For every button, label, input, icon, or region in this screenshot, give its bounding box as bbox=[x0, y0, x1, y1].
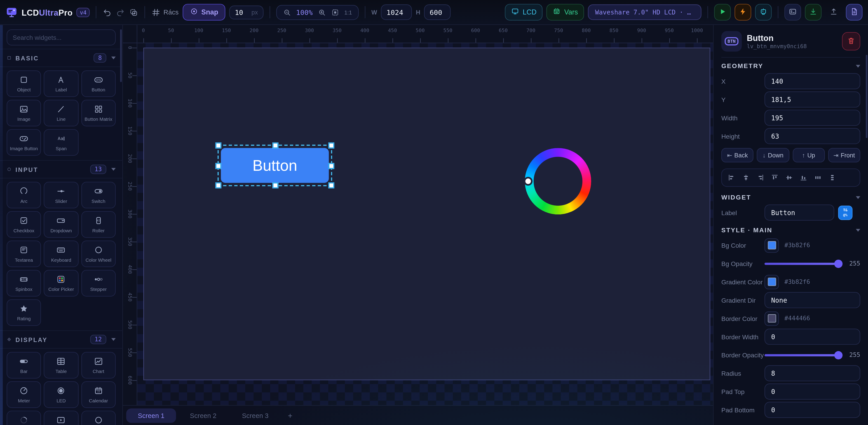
width-input[interactable] bbox=[765, 110, 860, 126]
download-button[interactable] bbox=[805, 4, 822, 21]
widget-card[interactable]: Dropdown bbox=[44, 211, 79, 238]
console-button[interactable] bbox=[784, 4, 801, 21]
palette-section-header[interactable]: DISPLAY 12 bbox=[0, 330, 122, 348]
z-order-button[interactable]: ⇤ Back bbox=[721, 148, 754, 162]
widget-card[interactable]: Keyboard bbox=[44, 240, 79, 267]
flash-button[interactable] bbox=[735, 4, 751, 21]
widget-card[interactable]: 42 Spinbox bbox=[6, 270, 41, 296]
duplicate-button[interactable] bbox=[129, 7, 139, 17]
y-input[interactable] bbox=[765, 91, 860, 108]
pad-bottom-input[interactable] bbox=[765, 402, 860, 418]
height-input[interactable] bbox=[765, 128, 860, 144]
widget-card[interactable]: BTN Button bbox=[81, 70, 116, 97]
widget-card[interactable]: Switch bbox=[81, 182, 116, 208]
search-input[interactable] bbox=[13, 34, 110, 41]
snap-size-input[interactable] bbox=[235, 8, 248, 17]
inspector-scrollbar[interactable] bbox=[866, 55, 867, 138]
widget-card[interactable]: Rating bbox=[6, 299, 41, 326]
lcd-preview-button[interactable]: LCD bbox=[505, 4, 543, 21]
align-center-vertical-icon[interactable] bbox=[782, 171, 796, 185]
palette-section-header[interactable]: BASIC 8 bbox=[0, 49, 122, 67]
zoom-in-icon[interactable] bbox=[318, 8, 326, 17]
widget-card[interactable]: Table bbox=[44, 352, 79, 379]
selection-handle[interactable] bbox=[328, 163, 334, 169]
pad-top-input[interactable] bbox=[765, 384, 860, 400]
zoom-ratio-label[interactable]: 1:1 bbox=[344, 9, 352, 15]
colorwheel-knob[interactable] bbox=[524, 177, 532, 186]
widget-section-header[interactable]: WIDGET bbox=[721, 189, 860, 204]
canvas-colorwheel-widget[interactable] bbox=[525, 148, 591, 215]
align-right-icon[interactable] bbox=[753, 171, 767, 185]
device-select[interactable]: Waveshare 7.0" HD LCD · 10… bbox=[588, 4, 701, 20]
grid-toggle-button[interactable]: Rács bbox=[151, 7, 179, 17]
delete-widget-button[interactable] bbox=[842, 32, 860, 51]
widget-card[interactable]: Line bbox=[44, 100, 79, 126]
canvas-height-input[interactable] bbox=[430, 8, 445, 17]
widget-card[interactable]: Anim Image bbox=[44, 411, 79, 425]
widget-card[interactable]: Textarea bbox=[6, 240, 41, 267]
widget-card[interactable]: Image Button bbox=[6, 129, 41, 156]
redo-button[interactable] bbox=[116, 7, 125, 17]
bg-color-swatch[interactable] bbox=[765, 238, 779, 252]
fit-screen-icon[interactable] bbox=[331, 8, 339, 17]
widget-card[interactable]: Object bbox=[6, 70, 41, 97]
widget-card[interactable]: Aa Span bbox=[44, 129, 79, 156]
widget-card[interactable]: 15 Calendar bbox=[81, 381, 116, 408]
screen-tab[interactable]: Screen 3 bbox=[230, 408, 280, 423]
gradient-dir-input[interactable] bbox=[765, 292, 860, 308]
widget-card[interactable]: Circle bbox=[81, 411, 116, 425]
align-center-horizontal-icon[interactable] bbox=[739, 171, 753, 185]
widget-card[interactable]: Label bbox=[44, 70, 79, 97]
z-order-button[interactable]: ↓ Down bbox=[757, 148, 789, 162]
selection-handle[interactable] bbox=[215, 182, 221, 189]
widget-card[interactable]: Spinner bbox=[6, 411, 41, 425]
selection-handle[interactable] bbox=[328, 142, 334, 149]
border-color-swatch[interactable] bbox=[765, 311, 779, 326]
add-screen-button[interactable]: + bbox=[282, 411, 298, 420]
widget-card[interactable]: Color Picker bbox=[44, 270, 79, 296]
widget-card[interactable]: Slider bbox=[44, 182, 79, 208]
screen-tab[interactable]: Screen 2 bbox=[178, 408, 228, 423]
widget-card[interactable]: Color Wheel bbox=[81, 240, 116, 267]
vars-button[interactable]: Vars bbox=[547, 4, 584, 21]
selection-handle[interactable] bbox=[272, 142, 278, 149]
export-code-button[interactable] bbox=[846, 4, 863, 21]
widget-card[interactable]: Arc bbox=[6, 182, 41, 208]
undo-button[interactable] bbox=[102, 7, 112, 17]
design-viewport[interactable]: Button bbox=[137, 43, 713, 405]
zoom-out-icon[interactable] bbox=[283, 8, 291, 17]
widget-card[interactable]: Stepper bbox=[81, 270, 116, 296]
slider-thumb[interactable] bbox=[834, 351, 843, 359]
x-input[interactable] bbox=[765, 73, 860, 89]
align-bottom-icon[interactable] bbox=[797, 171, 810, 185]
symbols-picker-button[interactable]: Ŧ& @% bbox=[838, 205, 852, 220]
z-order-button[interactable]: ⇥ Front bbox=[828, 148, 860, 162]
widget-card[interactable]: Chart bbox=[81, 352, 116, 379]
widget-card[interactable]: Meter bbox=[6, 381, 41, 408]
selection-handle[interactable] bbox=[215, 163, 221, 169]
canvas-button-widget[interactable]: Button bbox=[221, 148, 329, 183]
selection-handle[interactable] bbox=[328, 182, 334, 189]
border-width-input[interactable] bbox=[765, 329, 860, 345]
border-opacity-slider[interactable] bbox=[765, 354, 842, 356]
widget-card[interactable]: LED bbox=[44, 381, 79, 408]
distribute-horizontal-icon[interactable] bbox=[811, 171, 825, 185]
widget-card[interactable]: 42 Roller bbox=[81, 211, 116, 238]
distribute-vertical-icon[interactable] bbox=[825, 171, 839, 185]
radius-input[interactable] bbox=[765, 365, 860, 381]
widget-card[interactable]: Bar bbox=[6, 352, 41, 379]
widget-card[interactable]: Image bbox=[6, 100, 41, 126]
selection-handle[interactable] bbox=[215, 142, 221, 149]
upload-button[interactable] bbox=[825, 4, 842, 21]
widget-card[interactable]: Button Matrix bbox=[81, 100, 116, 126]
bg-opacity-slider[interactable] bbox=[765, 262, 842, 265]
palette-section-header[interactable]: INPUT 13 bbox=[0, 160, 122, 178]
geometry-section-header[interactable]: GEOMETRY bbox=[721, 58, 860, 72]
selection-handle[interactable] bbox=[272, 182, 278, 189]
style-main-section-header[interactable]: STYLE · MAIN bbox=[721, 222, 860, 236]
slider-thumb[interactable] bbox=[834, 259, 843, 268]
z-order-button[interactable]: ↑ Up bbox=[793, 148, 825, 162]
gradient-color-swatch[interactable] bbox=[765, 275, 779, 289]
align-left-icon[interactable] bbox=[724, 171, 738, 185]
lcd-screen-canvas[interactable] bbox=[144, 48, 710, 380]
